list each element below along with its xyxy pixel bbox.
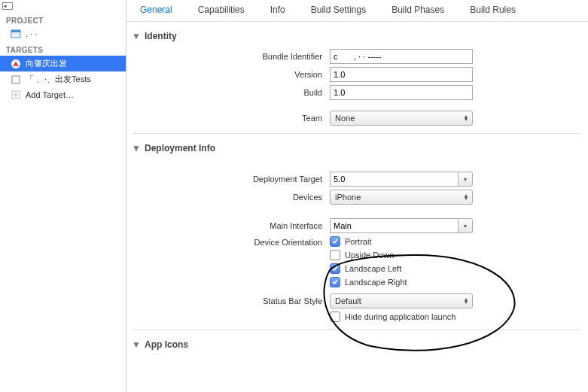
- bundle-identifier-field[interactable]: [330, 49, 473, 64]
- target-tests[interactable]: 「 、·、出发Tests: [0, 71, 126, 87]
- tab-bar: General Capabilities Info Build Settings…: [126, 0, 588, 22]
- main-interface-label: Main Interface: [133, 221, 330, 230]
- disclosure-triangle-icon: ▼: [133, 341, 140, 348]
- main-interface-combo[interactable]: ▾: [330, 218, 473, 233]
- team-select[interactable]: None ▴▾: [330, 111, 473, 126]
- deployment-title: Deployment Info: [145, 143, 215, 153]
- combo-dropdown-button[interactable]: ▾: [458, 218, 473, 233]
- orientation-checkboxes: Portrait Upside Down Landscape Left: [330, 236, 473, 287]
- build-field[interactable]: [330, 85, 473, 100]
- app-icons-title: App Icons: [145, 339, 188, 350]
- tab-build-rules[interactable]: Build Rules: [470, 5, 516, 15]
- xcode-project-icon: [11, 29, 21, 39]
- divider: [133, 133, 579, 134]
- app-icons-group: ▼ App Icons: [133, 335, 579, 354]
- devices-label: Devices: [133, 193, 330, 202]
- target-app[interactable]: 向肇庆出发: [0, 56, 126, 71]
- project-item[interactable]: . · ·: [0, 26, 126, 41]
- disclosure-triangle-icon: ▼: [133, 144, 140, 152]
- team-value: None: [335, 114, 355, 123]
- sidebar: ◂ PROJECT . · · TARGETS 向肇庆出发 「 、·、出发Tes…: [0, 0, 126, 392]
- bundle-identifier-label: Bundle Identifier: [133, 52, 330, 61]
- tab-build-settings[interactable]: Build Settings: [311, 5, 366, 15]
- devices-value: iPhone: [335, 193, 361, 202]
- project-item-label: . · ·: [26, 29, 37, 38]
- deployment-target-label: Deployment Target: [133, 175, 330, 184]
- main-panel: General Capabilities Info Build Settings…: [126, 0, 588, 392]
- content-area: ▼ Identity Bundle Identifier Version Bui…: [126, 22, 588, 392]
- app-target-icon: [11, 59, 21, 69]
- hide-launch-checkbox[interactable]: [330, 311, 340, 322]
- status-bar-select[interactable]: Default ▴▾: [330, 293, 473, 308]
- version-field[interactable]: [330, 67, 473, 82]
- divider: [133, 330, 579, 330]
- deployment-target-combo[interactable]: ▾: [330, 172, 473, 187]
- landscape-left-checkbox[interactable]: [330, 263, 340, 274]
- identity-group: ▼ Identity Bundle Identifier Version Bui…: [133, 26, 579, 126]
- add-target[interactable]: Add Target…: [0, 87, 126, 102]
- deployment-target-field[interactable]: [330, 172, 458, 187]
- upside-down-label: Upside Down: [345, 251, 394, 260]
- deployment-header[interactable]: ▼ Deployment Info: [133, 138, 579, 158]
- landscape-right-checkbox[interactable]: [330, 277, 340, 287]
- project-section-header: PROJECT: [0, 12, 126, 26]
- status-bar-value: Default: [335, 296, 361, 305]
- disclosure-triangle-icon: ▼: [133, 32, 140, 40]
- team-label: Team: [133, 114, 330, 123]
- select-arrows-icon: ▴▾: [465, 298, 468, 304]
- version-label: Version: [133, 70, 330, 79]
- upside-down-checkbox[interactable]: [330, 250, 340, 260]
- deployment-group: ▼ Deployment Info Deployment Target ▾ De…: [133, 138, 579, 322]
- portrait-checkbox[interactable]: [330, 236, 340, 247]
- orientation-label: Device Orientation: [133, 236, 330, 247]
- tab-general[interactable]: General: [140, 5, 172, 15]
- svg-rect-1: [11, 30, 20, 32]
- landscape-right-label: Landscape Right: [345, 278, 407, 287]
- build-label: Build: [133, 88, 330, 97]
- tab-info[interactable]: Info: [270, 5, 285, 15]
- app-icons-header[interactable]: ▼ App Icons: [133, 335, 579, 354]
- navigator-badge: ◂: [2, 2, 13, 10]
- target-tests-label: 「 、·、出发Tests: [26, 74, 91, 85]
- target-app-label: 向肇庆出发: [26, 58, 67, 69]
- tab-build-phases[interactable]: Build Phases: [391, 5, 444, 15]
- hide-launch-label: Hide during application launch: [345, 312, 455, 321]
- select-arrows-icon: ▴▾: [465, 194, 468, 200]
- identity-title: Identity: [145, 31, 177, 41]
- svg-rect-3: [12, 76, 20, 84]
- landscape-left-label: Landscape Left: [345, 264, 401, 273]
- select-arrows-icon: ▴▾: [465, 115, 468, 121]
- plus-icon: [11, 90, 21, 100]
- devices-select[interactable]: iPhone ▴▾: [330, 190, 473, 205]
- targets-section-header: TARGETS: [0, 41, 126, 56]
- identity-header[interactable]: ▼ Identity: [133, 26, 579, 46]
- tab-capabilities[interactable]: Capabilities: [198, 5, 245, 15]
- combo-dropdown-button[interactable]: ▾: [458, 172, 473, 187]
- main-interface-field[interactable]: [330, 218, 458, 233]
- test-target-icon: [11, 74, 21, 85]
- portrait-label: Portrait: [345, 237, 371, 246]
- add-target-label: Add Target…: [26, 90, 74, 99]
- status-bar-label: Status Bar Style: [133, 296, 330, 305]
